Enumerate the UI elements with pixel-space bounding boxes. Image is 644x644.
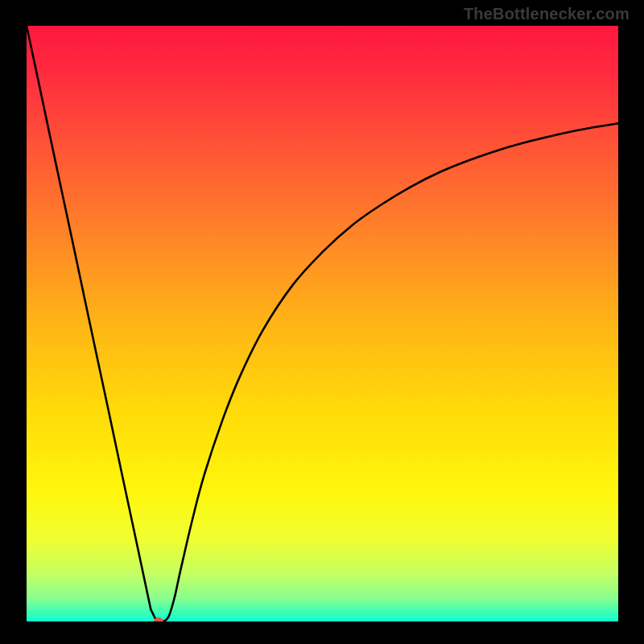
bottleneck-chart: [27, 26, 618, 621]
gradient-background: [27, 26, 618, 621]
chart-container: TheBottlenecker.com: [0, 0, 644, 644]
watermark-text: TheBottlenecker.com: [464, 5, 630, 23]
plot-area: [27, 26, 618, 621]
